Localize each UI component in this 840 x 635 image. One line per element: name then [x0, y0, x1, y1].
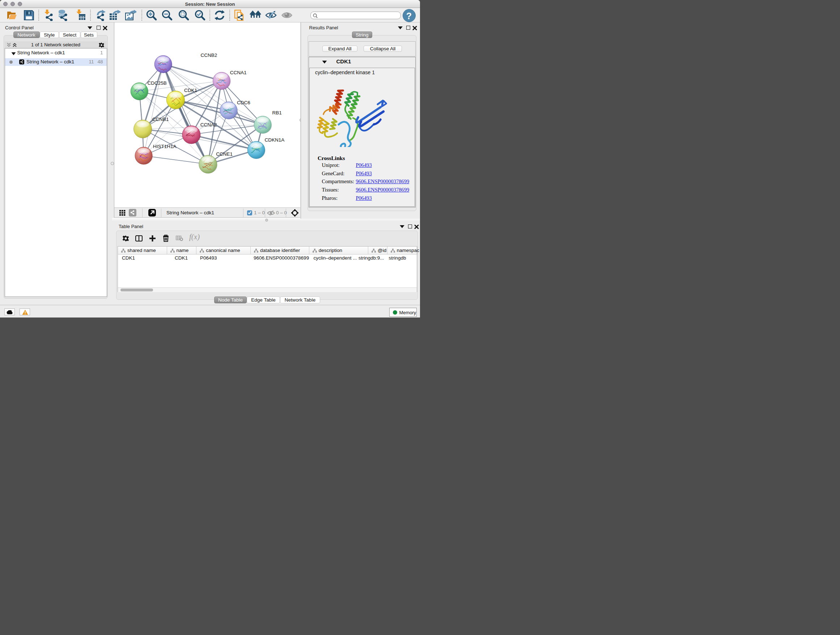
svg-text:CDC25B: CDC25B	[147, 80, 166, 86]
svg-text:CDC6: CDC6	[237, 100, 250, 105]
svg-text:CDK1: CDK1	[184, 88, 197, 93]
svg-text:CCNE1: CCNE1	[216, 151, 233, 157]
svg-text:HIST1H1A: HIST1H1A	[153, 144, 177, 149]
svg-text:CCNA2: CCNA2	[200, 122, 217, 127]
svg-text:CDKN1A: CDKN1A	[264, 137, 284, 143]
svg-text:RB1: RB1	[272, 110, 281, 116]
svg-text:CCNB2: CCNB2	[201, 52, 217, 58]
svg-text:CCNB1: CCNB1	[152, 117, 169, 122]
svg-text:CCNA1: CCNA1	[230, 70, 247, 75]
